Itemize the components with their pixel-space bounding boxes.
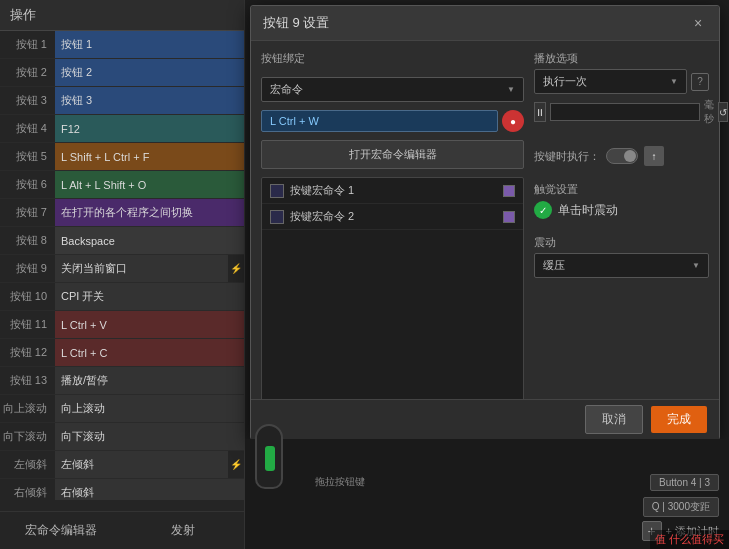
trigger-row: 按键时执行： ↑ xyxy=(534,146,709,166)
vibration-section: 震动 缓压 ▼ xyxy=(534,235,709,278)
delay-row: ⏸ 毫秒 ↺ × xyxy=(534,98,709,126)
shortcut-delete-button[interactable]: ● xyxy=(502,110,524,132)
button-row[interactable]: 向下滚动向下滚动 xyxy=(0,423,244,451)
button-row[interactable]: 按钮 5L Shift + L Ctrl + F xyxy=(0,143,244,171)
device-stripe xyxy=(265,446,275,471)
macro-color-dot xyxy=(503,211,515,223)
playback-dropdown[interactable]: 执行一次 ▼ xyxy=(534,69,687,94)
button-label: 按钮 3 xyxy=(0,87,55,114)
button-list: 按钮 1按钮 1按钮 2按钮 2按钮 3按钮 3按钮 4F12按钮 5L Shi… xyxy=(0,31,244,500)
shortcut-field[interactable]: L Ctrl + W xyxy=(261,110,498,132)
button-label: 按钮 10 xyxy=(0,283,55,310)
dialog-title-bar: 按钮 9 设置 × xyxy=(251,6,719,41)
button-label: 按钮 13 xyxy=(0,367,55,394)
main-area: 按钮 9 设置 × 按钮绑定 宏命令 ▼ L Ctrl + W ● xyxy=(245,0,729,549)
button-value: 按钮 2 xyxy=(55,59,244,86)
haptic-section: 触觉设置 ✓ 单击时震动 xyxy=(534,182,709,219)
macro-item[interactable]: 按键宏命令 2 xyxy=(262,204,523,230)
pause-button[interactable]: ⏸ xyxy=(534,102,546,122)
button-value: 向上滚动 xyxy=(55,395,244,422)
playback-dropdown-row: 执行一次 ▼ ? xyxy=(534,69,709,94)
up-arrow-button[interactable]: ↑ xyxy=(644,146,664,166)
playback-arrow-icon: ▼ xyxy=(670,77,678,86)
macro-list: 按键宏命令 1按键宏命令 2 xyxy=(261,177,524,414)
cancel-button[interactable]: 取消 xyxy=(585,405,643,434)
left-panel-header: 操作 xyxy=(0,0,244,31)
delay-unit: 毫秒 xyxy=(704,98,714,126)
binding-dropdown[interactable]: 宏命令 ▼ xyxy=(261,77,524,102)
dialog-right-column: 播放选项 执行一次 ▼ ? ⏸ 毫秒 xyxy=(534,51,709,414)
button-label: 按钮 5 xyxy=(0,143,55,170)
delete-icon: ● xyxy=(510,116,516,127)
device-figure xyxy=(255,424,283,489)
button-label: 按钮 6 xyxy=(0,171,55,198)
trigger-toggle[interactable] xyxy=(606,148,638,164)
button-row[interactable]: 按钮 11L Ctrl + V xyxy=(0,311,244,339)
button-value: 在打开的各个程序之间切换 xyxy=(55,199,244,226)
button-label: 向下滚动 xyxy=(0,423,55,450)
button-row[interactable]: 按钮 9关闭当前窗口⚡ xyxy=(0,255,244,283)
button-row[interactable]: 按钮 10CPI 开关 xyxy=(0,283,244,311)
button-value: L Shift + L Ctrl + F xyxy=(55,143,244,170)
delay-field[interactable] xyxy=(550,103,700,121)
up-arrow-icon: ↑ xyxy=(652,151,657,162)
macro-checkbox xyxy=(270,184,284,198)
open-editor-button[interactable]: 打开宏命令编辑器 xyxy=(261,140,524,169)
button-row[interactable]: 按钮 3按钮 3 xyxy=(0,87,244,115)
done-button[interactable]: 完成 xyxy=(651,406,707,433)
binding-dropdown-value: 宏命令 xyxy=(270,82,303,97)
left-panel-title: 操作 xyxy=(10,7,36,22)
macro-item[interactable]: 按键宏命令 1 xyxy=(262,178,523,204)
button-row[interactable]: 右倾斜右倾斜 xyxy=(0,479,244,500)
button-value: L Ctrl + C xyxy=(55,339,244,366)
pause-icon: ⏸ xyxy=(535,107,545,118)
button-row[interactable]: 向上滚动向上滚动 xyxy=(0,395,244,423)
watermark: 值 什么值得买 xyxy=(650,530,729,549)
refresh-button[interactable]: ↺ xyxy=(718,102,728,122)
button-label: 按钮 7 xyxy=(0,199,55,226)
button-value: L Ctrl + V xyxy=(55,311,244,338)
haptic-row: ✓ 单击时震动 xyxy=(534,201,709,219)
macro-editor-button[interactable]: 宏命令编辑器 xyxy=(0,512,122,549)
dialog-title: 按钮 9 设置 xyxy=(263,14,329,32)
button-row[interactable]: 按钮 12L Ctrl + C xyxy=(0,339,244,367)
button-row[interactable]: 按钮 13播放/暂停 xyxy=(0,367,244,395)
question-button[interactable]: ? xyxy=(691,73,709,91)
vibration-dropdown[interactable]: 缓压 ▼ xyxy=(534,253,709,278)
button-value: 按钮 1 xyxy=(55,31,244,58)
shortcut-row: L Ctrl + W ● xyxy=(261,110,524,132)
button-label: 按钮 9 xyxy=(0,255,55,282)
button-label: 按钮 8 xyxy=(0,227,55,254)
button-row[interactable]: 按钮 6L Alt + L Shift + O xyxy=(0,171,244,199)
fire-button[interactable]: 发射 xyxy=(122,512,244,549)
binding-dropdown-row: 宏命令 ▼ xyxy=(261,77,524,102)
trigger-label: 按键时执行： xyxy=(534,149,600,164)
button-value: Backspace xyxy=(55,227,244,254)
button-row[interactable]: 按钮 1按钮 1 xyxy=(0,31,244,59)
settings-dialog: 按钮 9 设置 × 按钮绑定 宏命令 ▼ L Ctrl + W ● xyxy=(250,5,720,440)
haptic-check-icon[interactable]: ✓ xyxy=(534,201,552,219)
button-label: 按钮 4 xyxy=(0,115,55,142)
button-row[interactable]: 按钮 4F12 xyxy=(0,115,244,143)
button-row[interactable]: 按钮 2按钮 2 xyxy=(0,59,244,87)
button-row[interactable]: 左倾斜左倾斜⚡ xyxy=(0,451,244,479)
left-panel-footer: 宏命令编辑器 发射 xyxy=(0,511,244,549)
button-value: 右倾斜 xyxy=(55,479,244,500)
button-value: 关闭当前窗口 xyxy=(55,255,228,282)
playback-label: 播放选项 xyxy=(534,51,709,66)
button-value: 左倾斜 xyxy=(55,451,228,478)
button-row[interactable]: 按钮 7在打开的各个程序之间切换 xyxy=(0,199,244,227)
dialog-close-button[interactable]: × xyxy=(689,14,707,32)
macro-checkbox xyxy=(270,210,284,224)
button-value: CPI 开关 xyxy=(55,283,244,310)
button-value: 向下滚动 xyxy=(55,423,244,450)
check-symbol: ✓ xyxy=(539,205,547,216)
button-value: 按钮 3 xyxy=(55,87,244,114)
button-label: 左倾斜 xyxy=(0,451,55,478)
trigger-section: 按键时执行： ↑ xyxy=(534,142,709,166)
button-label: 右倾斜 xyxy=(0,479,55,500)
vibration-label: 震动 xyxy=(534,235,709,250)
haptic-item-label: 单击时震动 xyxy=(558,202,618,219)
button-row[interactable]: 按钮 8Backspace xyxy=(0,227,244,255)
lightning-icon: ⚡ xyxy=(228,451,244,478)
